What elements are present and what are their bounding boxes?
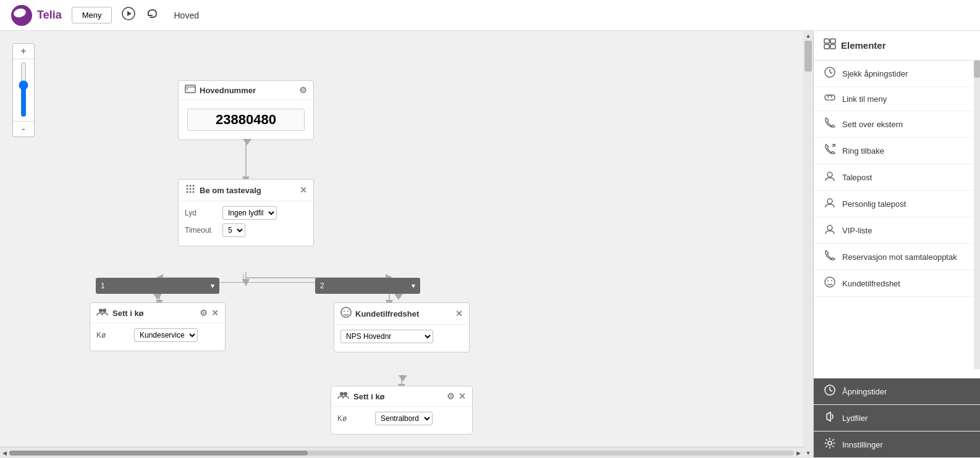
clock-icon — [824, 67, 836, 80]
ring-tilbake-label: Ring tilbake — [842, 146, 884, 156]
queue2-node: Sett i kø ⚙ ✕ Kø Sentralbord — [331, 386, 473, 435]
queue1-ko-select[interactable]: Kundeservice — [134, 328, 198, 342]
svg-point-20 — [187, 191, 188, 193]
page-title: Hoved — [174, 10, 198, 20]
svg-marker-3 — [127, 11, 132, 16]
personlig-talepost-icon — [824, 197, 836, 210]
kundetilf-close-icon[interactable]: ✕ — [455, 309, 463, 319]
right-sidebar: Elementer Sjekk åpningstider Link til me… — [813, 31, 980, 458]
svg-point-48 — [828, 441, 832, 445]
topbar: Telia Meny Hoved — [0, 0, 980, 31]
svg-point-39 — [827, 199, 832, 204]
lyd-select[interactable]: Ingen lydfil — [222, 206, 277, 220]
tastevalg-close-icon[interactable]: ✕ — [300, 185, 307, 195]
svg-point-23 — [99, 309, 103, 312]
key-bar-2-label: 2 — [320, 281, 324, 290]
svg-point-38 — [827, 172, 832, 177]
vscroll-up-button[interactable]: ▲ — [806, 31, 811, 41]
queue2-gear-icon[interactable]: ⚙ — [447, 391, 455, 401]
phone-icon — [185, 85, 196, 96]
kundetilf-node: Kundetilfredshet ✕ NPS Hovednr — [334, 302, 470, 352]
sidebar-item-lydfiler[interactable]: Lydfiler — [814, 405, 980, 431]
queue1-title: Sett i kø — [112, 309, 196, 318]
logo: Telia — [10, 4, 62, 27]
flow-canvas: Hovednummer ⚙ 23880480 Be om tastevalg — [0, 31, 803, 458]
sidebar-vscroll[interactable] — [974, 60, 980, 369]
sidebar-item-ring-tilbake[interactable]: Ring tilbake — [814, 138, 980, 164]
main-layout: + - — [0, 31, 980, 458]
scroll-right-button[interactable]: ▶ — [796, 450, 801, 456]
queue2-field: Kø Sentralbord — [337, 412, 466, 425]
queue2-body: Kø Sentralbord — [331, 407, 472, 434]
sidebar-item-sett-over-ekstern[interactable]: Sett over ekstern — [814, 111, 980, 138]
canvas-vscroll[interactable]: ▲ ▼ — [803, 31, 813, 458]
logo-text: Telia — [37, 9, 62, 22]
queue2-icon — [337, 390, 350, 402]
sidebar-item-kundetilfredshet[interactable]: Kundetilfredshet — [814, 270, 980, 297]
sidebar-item-reservasjon[interactable]: Reservasjon mot samtaleopptak — [814, 244, 980, 270]
tastevalg-body: Lyd Ingen lydfil Timeout 5 — [179, 201, 313, 246]
svg-point-19 — [193, 188, 195, 190]
vip-liste-icon — [824, 223, 836, 237]
svg-point-21 — [190, 191, 192, 193]
hovednummer-body: 23880480 — [179, 100, 313, 139]
key-bar-1-chevron: ▾ — [211, 281, 214, 290]
vscroll-down-button[interactable]: ▼ — [806, 448, 811, 458]
sjekk-apningstider-label: Sjekk åpningstider — [842, 69, 908, 78]
sidebar-item-talepost[interactable]: Talepost — [814, 164, 980, 191]
sidebar-vscroll-thumb[interactable] — [974, 60, 980, 78]
reservasjon-icon — [824, 250, 836, 264]
scrollbar-thumb[interactable] — [9, 451, 308, 456]
svg-point-25 — [341, 307, 351, 317]
play-button[interactable] — [122, 7, 135, 23]
telia-logo-icon — [10, 4, 33, 27]
tastevalg-node: Be om tastevalg ✕ Lyd Ingen lydfil Timeo… — [178, 179, 314, 246]
hovednummer-node: Hovednummer ⚙ 23880480 — [178, 80, 314, 140]
svg-point-16 — [193, 185, 195, 187]
hovednummer-gear-icon[interactable]: ⚙ — [299, 85, 307, 95]
timeout-label: Timeout — [185, 226, 219, 235]
vscroll-thumb[interactable] — [805, 41, 812, 72]
sidebar-item-apningstider[interactable]: Åpningstider — [814, 378, 980, 405]
talepost-label: Talepost — [842, 173, 872, 182]
undo-button[interactable] — [145, 7, 159, 23]
menu-button[interactable]: Meny — [72, 7, 112, 23]
scrollbar-track[interactable] — [9, 451, 794, 456]
canvas-area[interactable]: + - — [0, 31, 813, 458]
apningstider-icon — [824, 385, 836, 398]
sidebar-bottom: Åpningstider Lydfiler Innstillinger — [814, 378, 980, 458]
sidebar-item-vip-liste[interactable]: VIP-liste — [814, 217, 980, 244]
svg-rect-30 — [824, 39, 829, 43]
arrow-key1-down — [153, 294, 162, 300]
key-bar-1[interactable]: 1 ▾ — [96, 278, 219, 294]
svg-point-43 — [831, 280, 832, 281]
svg-rect-33 — [830, 44, 835, 49]
nps-select[interactable]: NPS Hovednr — [340, 330, 433, 343]
queue1-close-icon[interactable]: ✕ — [211, 308, 219, 318]
hovednummer-title: Hovednummer — [200, 86, 295, 95]
lydfiler-icon — [824, 411, 836, 425]
queue2-ko-label: Kø — [337, 414, 371, 423]
key-bar-2[interactable]: 2 ▾ — [315, 278, 420, 294]
sidebar-header: Elementer — [814, 31, 980, 60]
link-til-meny-label: Link til meny — [842, 94, 887, 104]
sidebar-item-link-til-meny[interactable]: Link til meny — [814, 87, 980, 111]
innstillinger-icon — [824, 438, 836, 451]
phone-external-icon — [824, 117, 836, 131]
arrow-to-keybars — [243, 273, 243, 283]
queue2-close-icon[interactable]: ✕ — [458, 391, 466, 401]
queue1-gear-icon[interactable]: ⚙ — [200, 308, 208, 318]
svg-point-29 — [344, 392, 347, 396]
sidebar-item-sjekk-apningstider[interactable]: Sjekk åpningstider — [814, 60, 980, 87]
sidebar-item-personlig-talepost[interactable]: Personlig talepost — [814, 191, 980, 217]
innstillinger-label: Innstillinger — [842, 440, 883, 449]
svg-line-46 — [830, 390, 832, 391]
kundetilfredshet-sidebar-label: Kundetilfredshet — [842, 279, 900, 288]
arrow-key2-down — [394, 294, 403, 300]
scroll-left-button[interactable]: ◀ — [2, 450, 7, 456]
queue2-ko-select[interactable]: Sentralbord — [375, 412, 433, 425]
apningstider-label: Åpningstider — [842, 387, 887, 396]
timeout-select[interactable]: 5 — [222, 223, 245, 237]
sidebar-item-innstillinger[interactable]: Innstillinger — [814, 431, 980, 458]
horizontal-scrollbar[interactable]: ◀ ▶ — [0, 447, 803, 458]
